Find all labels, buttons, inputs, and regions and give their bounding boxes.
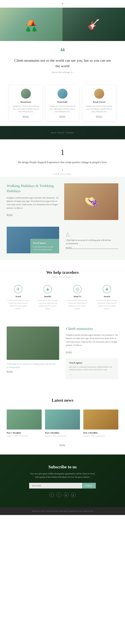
help-label-travel: Travel: [7, 295, 30, 298]
trekking-text: Fringilla ut morbi tincidunt augue inter…: [7, 196, 61, 210]
news-grid: Post 1 Headline August 31, 2020 | Commen…: [7, 410, 118, 438]
help-title: We help travelers: [7, 270, 118, 275]
trekking-left: Walking Holidays & Trekking Holidays Fri…: [7, 183, 64, 220]
climb-more-left[interactable]: MORE: [7, 370, 13, 372]
card-more-mountains[interactable]: MORE: [23, 116, 29, 118]
subscribe-submit-button[interactable]: Submit: [82, 483, 96, 488]
sub-right-text: Climb high on an ascent of a trekking pe…: [66, 239, 118, 245]
news-section: Latest news Post 1 Headline August 31, 2…: [0, 390, 125, 454]
news-photo-2: [45, 410, 80, 430]
sub-overlay-text: Lorem ipsum dolor sit amet consectetur a…: [33, 245, 57, 251]
hero-section: ⛺ 🌲🌲 🎸: [0, 8, 125, 41]
news-headline-2: Post 2 Headline: [45, 432, 80, 434]
climb-caption: Climb high on an ascent of a trekking pe…: [7, 362, 59, 369]
sub-left: Travel Agency Lorem ipsum dolor sit amet…: [7, 227, 59, 253]
news-title: Latest news: [7, 398, 118, 403]
help-item-awards: ★ Awards Lorem ipsum dolor sit amet, con…: [96, 285, 118, 310]
card-more-road[interactable]: MORE: [96, 116, 102, 118]
cards-section: Mountains Sample text. Click to select t…: [0, 80, 125, 126]
subscribe-email-input[interactable]: [29, 483, 82, 488]
card-title-road: Road Travel: [85, 101, 113, 103]
footer-text: Sample Text. Click to select the text bo…: [7, 510, 118, 512]
card-mountains: Mountains Sample text. Click to select t…: [9, 85, 42, 121]
hero-left: ⛺ 🌲🌲: [0, 8, 62, 41]
help-label-awards: Awards: [96, 295, 118, 298]
sub-overlay: Travel Agency Lorem ipsum dolor sit amet…: [30, 239, 59, 254]
help-text-about: Lorem ipsum dolor sit amet, consectetur …: [66, 299, 89, 310]
card-waterfalls: Waterfalls Sample text. Click to select …: [46, 85, 79, 121]
climb-right-more[interactable]: MORE: [66, 351, 72, 353]
climb-right-text: Fringilla ut morbi tincidunt augue inter…: [66, 333, 118, 347]
social-google-icon[interactable]: g: [71, 493, 76, 497]
quote-text: Climb mountains not so the world can see…: [13, 58, 112, 69]
card-avatar-mountains: [21, 89, 31, 99]
news-card-3: Post 3 Headline August 31, 2020 | Commen…: [83, 410, 118, 438]
news-more-link[interactable]: MORE: [60, 444, 66, 446]
news-photo-1: [7, 410, 42, 430]
card-title-mountains: Mountains: [12, 101, 40, 103]
news-headline-1: Post 1 Headline: [7, 432, 42, 434]
about-icon: ◎: [73, 285, 82, 293]
subscribe-title: Subscribe to us: [48, 464, 76, 470]
trekking-right: 👒: [64, 183, 118, 220]
hero-image-right: 🎸: [62, 8, 125, 41]
travel-agency-box: Travel Agency Speciality in worldwide sm…: [66, 358, 118, 380]
help-label-about: About Us: [66, 295, 89, 298]
social-facebook-icon[interactable]: f: [50, 493, 54, 497]
sub-right-more-link[interactable]: MORE: [66, 247, 118, 249]
subscribe-form: Submit: [29, 483, 96, 488]
news-card-1: Post 1 Headline August 31, 2020 | Commen…: [7, 410, 42, 438]
help-text-benefits: Lorem ipsum dolor sit amet, consectetur …: [36, 299, 59, 310]
big-number: 1: [13, 148, 112, 157]
news-photo-3: [83, 410, 118, 430]
news-meta-3: August 31, 2020 | Comments(2): [83, 435, 118, 437]
agency-arrow-icon[interactable]: →: [69, 373, 72, 376]
card-title-waterfalls: Waterfalls: [48, 101, 77, 103]
card-road-travel: Road Travel Sample text. Click to select…: [82, 85, 116, 121]
number-section: 1 We design People Inspired Experiences …: [0, 139, 125, 177]
card-avatar-waterfalls: [58, 89, 68, 99]
sub-right: △ Climb high on an ascent of a trekking …: [62, 227, 118, 253]
card-text-road: Sample text. Click to select the text bo…: [85, 105, 113, 113]
hero-image-left: ⛺ 🌲🌲: [0, 8, 62, 41]
card-avatar-road: [94, 89, 104, 99]
awards-icon: ★: [103, 285, 111, 293]
sub-overlay-title: Travel Agency: [33, 241, 57, 245]
view-gallery-link[interactable]: VIEW GALLERY: [13, 173, 112, 175]
climb-left: Climb high on an ascent of a trekking pe…: [7, 326, 59, 373]
news-meta-2: August 31, 2020 | Comments(2): [45, 435, 80, 437]
sub-trekking-section: Travel Agency Lorem ipsum dolor sit amet…: [0, 227, 125, 260]
trekking-title: Walking Holidays & Trekking Holidays: [7, 183, 61, 194]
news-meta-1: August 31, 2020 | Comments(2): [7, 435, 42, 437]
header: ≡: [0, 0, 125, 8]
card-text-waterfalls: Sample text. Click to select the text bo…: [48, 105, 77, 113]
arrow-down-icon[interactable]: ↓: [13, 168, 112, 172]
agency-title: Travel Agency: [69, 362, 115, 364]
social-icons: f t in g: [50, 493, 76, 497]
help-label-benefits: Benefits: [36, 295, 59, 298]
help-icons: ✈ Travel Lorem ipsum dolor sit amet, con…: [7, 285, 118, 310]
social-twitter-icon[interactable]: t: [57, 493, 61, 497]
climb-section: Climb high on an ascent of a trekking pe…: [0, 316, 125, 390]
climb-photo: [7, 326, 59, 360]
trekking-section: Walking Holidays & Trekking Holidays Fri…: [0, 177, 125, 227]
climb-right-title: Climb mountains: [66, 326, 118, 331]
trekking-more-link[interactable]: MORE: [7, 214, 13, 216]
help-text-awards: Lorem ipsum dolor sit amet, consectetur …: [96, 299, 118, 310]
tagline: We design People Inspired Experiences th…: [13, 160, 112, 164]
banner-text: BEST TRAIL FINDER: [51, 132, 74, 134]
hamburger-menu[interactable]: ≡: [62, 2, 63, 5]
help-subtitle: Online Travel Agency: [7, 276, 118, 278]
trekking-photo: 👒: [64, 183, 118, 220]
footer: Sample Text. Click to select the text bo…: [0, 507, 125, 515]
quote-section: ❝ Climb mountains not so the world can s…: [0, 41, 125, 80]
travel-icon: ✈: [14, 285, 22, 293]
quote-author: - David McCullough Jr. -: [13, 71, 112, 74]
card-more-waterfalls[interactable]: MORE: [60, 116, 66, 118]
help-item-benefits: ◈ Benefits Lorem ipsum dolor sit amet, c…: [36, 285, 59, 310]
help-item-travel: ✈ Travel Lorem ipsum dolor sit amet, con…: [7, 285, 30, 310]
social-linkedin-icon[interactable]: in: [64, 493, 68, 497]
help-item-about: ◎ About Us Lorem ipsum dolor sit amet, c…: [66, 285, 89, 310]
help-text-travel: Lorem ipsum dolor sit amet, consectetur …: [7, 299, 30, 310]
card-text-mountains: Sample text. Click to select the text bo…: [12, 105, 40, 113]
